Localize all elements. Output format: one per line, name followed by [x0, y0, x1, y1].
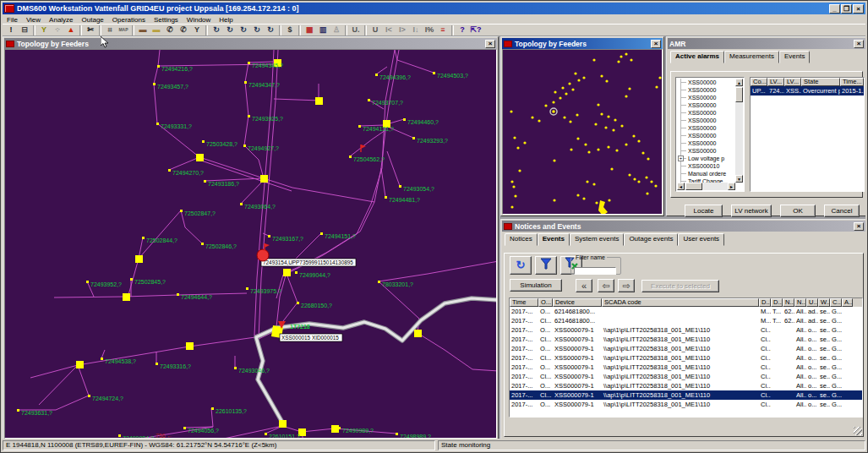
column-header[interactable]: N...: [783, 298, 794, 307]
overview-dot[interactable]: [561, 86, 564, 89]
overview-dot[interactable]: [628, 87, 631, 90]
map-dot[interactable]: [180, 210, 183, 212]
voltage-u-icon[interactable]: U: [368, 25, 382, 35]
overview-dot[interactable]: [553, 159, 555, 161]
overview-dot[interactable]: [625, 143, 627, 145]
menu-file[interactable]: File: [3, 16, 22, 24]
map-dot[interactable]: [234, 367, 237, 369]
substation-node[interactable]: [260, 175, 268, 183]
map-dot[interactable]: [268, 235, 270, 237]
overview-dot[interactable]: [620, 55, 622, 57]
overview-dot[interactable]: [552, 101, 554, 103]
notices-tab-notices[interactable]: Notices: [505, 233, 538, 246]
zoom-90-icon[interactable]: ↻: [210, 25, 223, 35]
zoom-70-icon[interactable]: ↻: [223, 25, 237, 35]
column-header[interactable]: D...: [771, 298, 783, 307]
topology-title-bar[interactable]: Topology by Feeders ×: [4, 38, 497, 49]
network-map-canvas[interactable]: 72494216,?72493457,?72494345,?72494347,?…: [5, 50, 497, 439]
overview-map[interactable]: [502, 49, 663, 215]
map-dot[interactable]: [204, 180, 206, 183]
maximize-button[interactable]: ❐: [841, 4, 852, 14]
notices-tab-system-events[interactable]: System events: [570, 233, 624, 246]
map-dot[interactable]: [202, 140, 205, 143]
feeder-colors-icon[interactable]: Y: [37, 25, 51, 35]
phone-line1-icon[interactable]: ✆: [163, 25, 177, 35]
event-row[interactable]: 2017-...O...XSS000079-1\\ap\1\p\LITT2025…: [510, 400, 862, 409]
overview-dot[interactable]: [513, 136, 516, 139]
overview-dot[interactable]: [574, 72, 576, 74]
map-dot[interactable]: [403, 118, 406, 121]
overview-dot[interactable]: [594, 123, 597, 125]
tree-item[interactable]: XSS000010: [677, 162, 735, 170]
refresh-button[interactable]: ↻: [510, 256, 532, 275]
map-dot[interactable]: [86, 281, 89, 283]
expand-icon[interactable]: +: [678, 156, 684, 161]
overview-dot[interactable]: [582, 197, 585, 199]
previous-button[interactable]: ⇦: [598, 279, 614, 292]
event-row[interactable]: 2017-...O...XSS000079-1\\ap\1\p\LITT2025…: [510, 363, 862, 372]
overview-dot[interactable]: [650, 180, 652, 183]
current-gt-icon[interactable]: I>: [396, 25, 409, 35]
map-dot[interactable]: [156, 123, 159, 125]
overview-dot[interactable]: [654, 184, 657, 187]
map-dot[interactable]: [156, 363, 158, 365]
overview-dot[interactable]: [565, 92, 567, 95]
map-dot[interactable]: [201, 243, 204, 245]
overview-dot[interactable]: [512, 185, 515, 188]
event-row[interactable]: 2017-...Cl...XSS000079-1\\ap\1\p\LITT202…: [510, 335, 862, 344]
notices-close-icon[interactable]: ×: [854, 222, 864, 231]
event-row[interactable]: 2017-...O...6214681800...M...T...62...Al…: [510, 307, 862, 316]
substation-node[interactable]: [123, 293, 130, 301]
substation-node[interactable]: [283, 269, 291, 276]
map-dot[interactable]: [399, 185, 401, 188]
topology-close-icon[interactable]: ×: [485, 40, 495, 48]
menu-operations[interactable]: Operations: [108, 16, 150, 24]
overview-dot[interactable]: [538, 119, 540, 122]
overview-dot[interactable]: [518, 169, 521, 172]
event-row[interactable]: 2017-...Cl...XSS000079-1\\ap\1\p\LITT202…: [510, 390, 862, 400]
map-dot[interactable]: [358, 125, 361, 128]
notices-tab-outage-events[interactable]: Outage events: [624, 233, 678, 246]
column-header[interactable]: W...: [818, 298, 830, 307]
overview-dot[interactable]: [625, 95, 627, 97]
horizontal-scrollbar[interactable]: ◄ ►: [677, 183, 735, 190]
column-header[interactable]: Co...: [751, 78, 767, 86]
overview-dot[interactable]: [615, 149, 618, 151]
menu-analyze[interactable]: Analyze: [45, 16, 77, 24]
map-dot[interactable]: [396, 433, 398, 435]
current-pct-icon[interactable]: I%: [423, 25, 436, 35]
overview-dot[interactable]: [576, 194, 579, 196]
map-dot[interactable]: [183, 427, 186, 429]
notices-title-bar[interactable]: Notices and Events ×: [502, 221, 865, 232]
overview-title-bar[interactable]: Topology by Feeders ×: [502, 38, 663, 49]
map-dot[interactable]: [385, 196, 387, 199]
switch-cut-icon[interactable]: ✄: [84, 25, 97, 35]
map-dot[interactable]: [157, 65, 160, 68]
event-row[interactable]: 2017-...Cl...6214681800...M...T...62...A…: [510, 316, 862, 325]
overview-dot[interactable]: [576, 137, 579, 139]
tree-item[interactable]: Low voltage p+: [677, 155, 735, 162]
fault-warning-icon[interactable]: ▲: [64, 25, 78, 35]
overview-dot[interactable]: [531, 116, 533, 118]
substation-node[interactable]: [135, 255, 143, 263]
column-header[interactable]: U...: [806, 298, 818, 307]
menu-view[interactable]: View: [22, 16, 45, 24]
column-header[interactable]: Device: [553, 298, 602, 307]
tree-item[interactable]: XSS00000: [677, 132, 735, 139]
overview-dot[interactable]: [607, 145, 609, 148]
substation-node[interactable]: [279, 420, 287, 428]
notices-tab-events[interactable]: Events: [538, 233, 570, 246]
overview-dot[interactable]: [559, 96, 561, 99]
substation-node[interactable]: [315, 97, 323, 105]
voltage-u0-icon[interactable]: U.: [349, 25, 363, 35]
tree-item[interactable]: XSS00000: [677, 124, 735, 132]
overview-dot[interactable]: [604, 126, 607, 128]
overview-dot[interactable]: [552, 110, 555, 113]
overview-dot[interactable]: [595, 201, 598, 204]
overview-dot[interactable]: [523, 141, 526, 144]
event-row[interactable]: 2017-...O...XSS000079-1\\ap\1\p\LITT2025…: [510, 381, 862, 390]
overview-dot[interactable]: [630, 58, 632, 61]
map-text-icon[interactable]: MAP: [117, 25, 130, 35]
overview-dot[interactable]: [620, 124, 623, 127]
overview-dot[interactable]: [600, 112, 603, 115]
